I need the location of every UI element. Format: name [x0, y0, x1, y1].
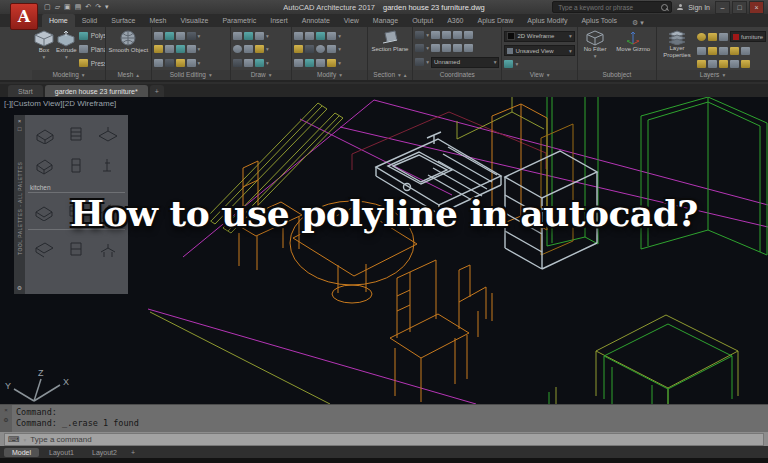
- subtract-icon[interactable]: [165, 32, 174, 40]
- drawing-area[interactable]: [-][Custom View][2D Wireframe]: [0, 97, 768, 404]
- palette-item-thumbnail[interactable]: [92, 233, 124, 264]
- ellipse-icon[interactable]: [244, 59, 253, 67]
- palette-item-thumbnail[interactable]: [60, 233, 92, 264]
- erase-icon[interactable]: [294, 59, 303, 67]
- point-icon[interactable]: [255, 59, 264, 67]
- palette-autohide-icon[interactable]: □: [18, 125, 22, 133]
- palette-item-thumbnail[interactable]: [28, 150, 60, 181]
- layer-isolate-icon[interactable]: [697, 47, 706, 55]
- layer-thaw-icon[interactable]: [719, 60, 728, 68]
- ucs-view-icon[interactable]: [464, 31, 473, 39]
- save-icon[interactable]: ▣: [64, 0, 71, 14]
- panel-label-layers[interactable]: Layers▾: [657, 70, 768, 80]
- rectangle-icon[interactable]: [255, 32, 264, 40]
- planar-surface-button[interactable]: Planar Surface: [79, 45, 105, 53]
- ribbon-tab[interactable]: Mesh: [142, 14, 173, 27]
- stretch-icon[interactable]: [316, 59, 325, 67]
- ribbon-tab[interactable]: Visualize: [174, 14, 216, 27]
- solid-edit-icon[interactable]: [187, 32, 196, 40]
- viewport-config-icon[interactable]: [504, 60, 513, 68]
- explode-icon[interactable]: [305, 59, 314, 67]
- palette-item-thumbnail[interactable]: [92, 150, 124, 181]
- layer-merge-icon[interactable]: [741, 60, 750, 68]
- line-icon[interactable]: [233, 32, 242, 40]
- mirror-icon[interactable]: [294, 45, 303, 53]
- slice-icon[interactable]: [154, 59, 163, 67]
- copy-icon[interactable]: [327, 32, 336, 40]
- ribbon-tab[interactable]: Parametric: [215, 14, 263, 27]
- layer-match-icon[interactable]: [741, 47, 750, 55]
- ucs-prev-icon[interactable]: [415, 44, 424, 52]
- layer-freeze2-icon[interactable]: [719, 47, 728, 55]
- current-layer-dropdown[interactable]: furniture: [730, 31, 766, 42]
- check-icon[interactable]: [176, 59, 185, 67]
- panel-label-view[interactable]: View▾: [502, 70, 576, 80]
- hatch-icon[interactable]: [255, 45, 264, 53]
- ucs-name-dropdown[interactable]: Unnamed▾: [431, 57, 499, 68]
- ribbon-tab[interactable]: View: [337, 14, 366, 27]
- view-name-dropdown[interactable]: Unsaved View▾: [504, 45, 574, 56]
- maximize-button[interactable]: □: [732, 1, 747, 14]
- ucs-x-icon[interactable]: [431, 44, 440, 52]
- panel-label-mesh[interactable]: Mesh▴: [106, 70, 151, 80]
- arc-icon[interactable]: [244, 45, 253, 53]
- layer-current-icon[interactable]: [697, 60, 706, 68]
- ribbon-tab[interactable]: Surface: [104, 14, 142, 27]
- command-customize-icon[interactable]: ⚙: [3, 416, 8, 423]
- ucs-3point-icon[interactable]: [464, 44, 473, 52]
- panel-label-coordinates[interactable]: Coordinates: [413, 70, 501, 80]
- palette-item-thumbnail[interactable]: [28, 233, 60, 264]
- panel-label-draw[interactable]: Draw▾: [231, 70, 291, 80]
- fillet-edge-icon[interactable]: [154, 45, 163, 53]
- intersect-icon[interactable]: [176, 32, 185, 40]
- undo-icon[interactable]: ↶: [85, 0, 91, 14]
- taper-face-icon[interactable]: [165, 45, 174, 53]
- separate-icon[interactable]: [187, 45, 196, 53]
- tab-layout1[interactable]: Layout1: [41, 448, 82, 457]
- palette-item-thumbnail[interactable]: [92, 119, 124, 150]
- section-plane-button[interactable]: Section Plane: [371, 29, 408, 70]
- smooth-object-button[interactable]: Smooth Object: [108, 29, 148, 70]
- ribbon-options[interactable]: ⚙ ▾: [632, 19, 644, 27]
- circle-icon[interactable]: [233, 45, 242, 53]
- ribbon-tab[interactable]: Insert: [263, 14, 295, 27]
- layer-on-bulb-icon[interactable]: [697, 33, 706, 41]
- panel-label-modify[interactable]: Modify▾: [292, 70, 366, 80]
- ribbon-tab[interactable]: A360: [440, 14, 470, 27]
- app-menu-button[interactable]: A: [10, 3, 38, 30]
- palette-properties-gear-icon[interactable]: ⚙: [17, 284, 22, 292]
- open-file-icon[interactable]: ▱: [55, 0, 60, 14]
- minimize-button[interactable]: –: [715, 1, 730, 14]
- panel-label-section[interactable]: Section▾▴: [368, 70, 413, 80]
- no-filter-button[interactable]: No Filter▾: [584, 29, 607, 70]
- new-drawing-button[interactable]: +: [150, 85, 164, 97]
- command-dropdown-icon[interactable]: ▾: [24, 437, 27, 443]
- panel-label-solid-editing[interactable]: Solid Editing▾: [152, 70, 230, 80]
- array-icon[interactable]: [327, 45, 336, 53]
- ribbon-tab[interactable]: Aplus Modify: [520, 14, 574, 27]
- layer-properties-button[interactable]: Layer Properties: [659, 29, 695, 70]
- offset-icon[interactable]: [316, 45, 325, 53]
- ribbon-tab[interactable]: Annotate: [295, 14, 337, 27]
- shell-icon[interactable]: [176, 45, 185, 53]
- layer-unisolate-icon[interactable]: [708, 47, 717, 55]
- file-tab-start[interactable]: Start: [8, 85, 43, 97]
- box-button[interactable]: Box▾: [34, 29, 54, 70]
- rotate-icon[interactable]: [305, 32, 314, 40]
- layer-off-icon[interactable]: [730, 47, 739, 55]
- layer-walk-icon[interactable]: [708, 60, 717, 68]
- ribbon-tab[interactable]: Home: [42, 14, 75, 27]
- panel-label-subobject[interactable]: Subobject: [578, 70, 656, 80]
- layer-lock2-icon[interactable]: [730, 60, 739, 68]
- move-icon[interactable]: [294, 32, 303, 40]
- help-search-box[interactable]: [552, 1, 672, 13]
- imprint-icon[interactable]: [187, 59, 196, 67]
- redo-icon[interactable]: ↷: [95, 0, 101, 14]
- ucs-origin-icon[interactable]: [442, 31, 451, 39]
- move-gizmo-button[interactable]: Move Gizmo: [616, 29, 650, 70]
- file-tab-document[interactable]: garden house 23 furniture*: [45, 85, 148, 97]
- search-input[interactable]: [556, 3, 658, 12]
- visual-style-dropdown[interactable]: 2D Wireframe▾: [504, 31, 574, 42]
- ucs-face-icon[interactable]: [453, 31, 462, 39]
- ucs-z-icon[interactable]: [453, 44, 462, 52]
